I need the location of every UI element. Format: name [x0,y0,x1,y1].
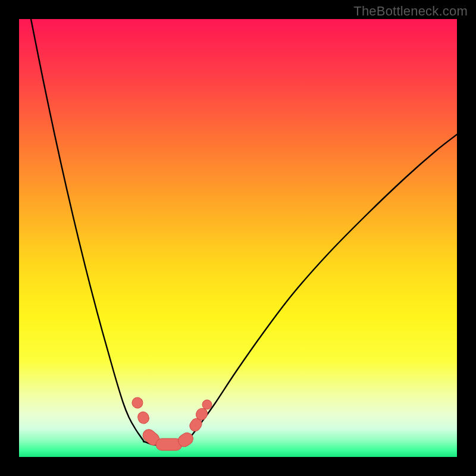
curve-path [31,19,457,445]
data-marker-0 [130,396,144,409]
data-marker-7 [202,400,212,409]
bottleneck-curve [31,19,457,445]
curve-overlay [19,19,457,457]
data-marker-1 [136,410,151,425]
chart-frame: TheBottleneck.com [0,0,476,476]
watermark-text: TheBottleneck.com [353,4,468,19]
marker-group [130,396,212,450]
plot-area [19,19,457,457]
